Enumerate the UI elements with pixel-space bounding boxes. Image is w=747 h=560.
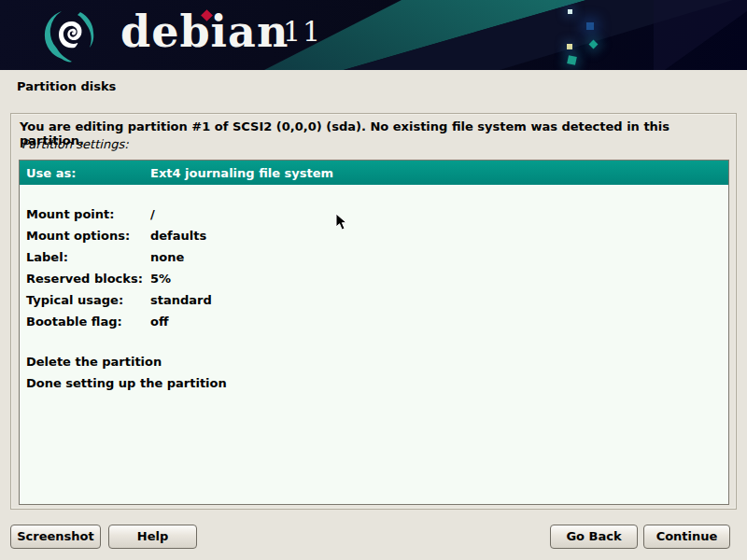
row-value: off [150,315,168,329]
row-label: Done setting up the partition [26,376,227,390]
row-label: Mount options: [26,229,150,243]
row-label: Reserved blocks: [26,272,150,286]
list-item-reserved-blocks[interactable]: Reserved blocks: 5% [20,268,728,289]
row-label: Delete the partition [26,355,162,369]
list-item-use-as[interactable]: Use as: Ext4 journaling file system [20,161,728,185]
row-label: Label: [26,250,150,264]
list-item-bootable-flag[interactable]: Bootable flag: off [20,311,728,332]
debian-version: 11 [283,15,322,49]
partition-settings-frame: You are editing partition #1 of SCSI2 (0… [10,113,737,510]
list-spacer [20,185,728,203]
screenshot-button[interactable]: Screenshot [10,525,101,549]
banner-square-teal-diamond [589,40,599,49]
row-value: standard [150,293,212,307]
row-label: Bootable flag: [26,315,150,329]
debian-swirl-icon [41,5,101,64]
banner-square-teal [567,55,577,65]
go-back-button[interactable]: Go Back [550,525,638,549]
list-item-label[interactable]: Label: none [20,246,728,268]
settings-list: Use as: Ext4 journaling file system Moun… [19,160,729,505]
list-spacer [20,332,728,351]
banner-square-blue [586,22,594,30]
mouse-cursor-icon [335,213,348,231]
row-value: / [150,207,155,221]
help-button[interactable]: Help [108,525,197,549]
row-value: Ext4 journaling file system [150,166,333,180]
page-title: Partition disks [17,79,116,93]
list-item-mount-point[interactable]: Mount point: / [20,203,728,225]
partition-settings-label: Partition settings: [21,137,129,151]
list-item-mount-options[interactable]: Mount options: defaults [20,225,728,246]
banner-square-yellow [567,44,572,49]
row-label: Use as: [26,166,150,180]
list-item-delete-partition[interactable]: Delete the partition [20,351,728,372]
list-item-done-partition[interactable]: Done setting up the partition [20,372,728,394]
row-value: defaults [150,229,206,243]
row-value: none [150,250,184,264]
row-label: Mount point: [26,207,150,221]
banner-square-white [568,9,572,14]
continue-button[interactable]: Continue [643,525,730,549]
debian-banner: debian 11 [0,0,747,70]
list-item-typical-usage[interactable]: Typical usage: standard [20,289,728,311]
row-label: Typical usage: [26,293,150,307]
row-value: 5% [150,272,171,286]
